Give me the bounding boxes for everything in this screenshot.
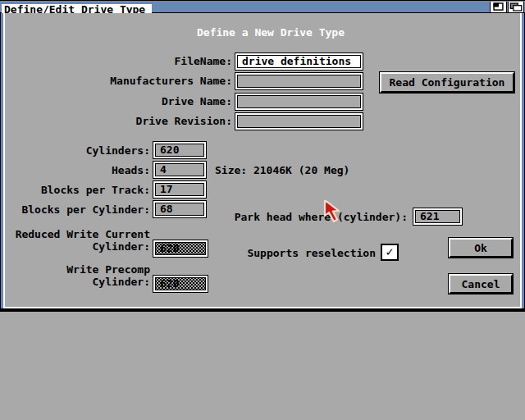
manufacturers-name-input[interactable] bbox=[235, 72, 363, 90]
manufacturers-name-label: Manufacturers Name: bbox=[16, 75, 232, 87]
cancel-button[interactable]: Cancel bbox=[448, 273, 514, 294]
window-titlebar[interactable]: Define/Edit Drive Type bbox=[0, 0, 525, 13]
park-head-input[interactable]: 621 bbox=[413, 208, 463, 226]
size-text: Size: 21046K (20 Meg) bbox=[215, 164, 349, 176]
depth-gadget-icon bbox=[509, 2, 523, 12]
checkmark-icon: ✓ bbox=[386, 246, 393, 258]
cylinders-input[interactable]: 620 bbox=[153, 141, 207, 159]
ok-label: Ok bbox=[449, 238, 513, 258]
read-configuration-button[interactable]: Read Configuration bbox=[379, 71, 515, 94]
zoom-gadget-icon bbox=[491, 2, 506, 12]
cylinders-label: Cylinders: bbox=[0, 144, 150, 157]
read-configuration-label: Read Configuration bbox=[380, 72, 514, 93]
write-precomp-input: 620 bbox=[153, 275, 208, 293]
supports-reselection-checkbox[interactable]: ✓ bbox=[381, 244, 399, 261]
heads-label: Heads: bbox=[0, 164, 150, 176]
reduced-write-current-label: Reduced Write Current Cylinder: bbox=[0, 228, 150, 253]
depth-gadget[interactable] bbox=[508, 2, 524, 12]
dialog-title: Define a New Drive Type bbox=[0, 26, 525, 39]
cancel-label: Cancel bbox=[449, 274, 513, 294]
park-head-label: Park head where (cylinder): bbox=[228, 211, 408, 223]
filename-label: FileName: bbox=[16, 55, 232, 67]
blocks-per-cylinder-input[interactable]: 68 bbox=[153, 200, 207, 218]
supports-reselection-label: Supports reselection bbox=[179, 247, 376, 259]
drive-type-window: Define/Edit Drive Type Define a New Driv… bbox=[0, 0, 525, 312]
ok-button[interactable]: Ok bbox=[448, 237, 514, 258]
drive-revision-label: Drive Revision: bbox=[16, 115, 232, 127]
drive-revision-input[interactable] bbox=[235, 112, 363, 130]
blocks-per-cylinder-label: Blocks per Cylinder: bbox=[0, 203, 150, 216]
drive-name-input[interactable] bbox=[235, 93, 363, 111]
write-precomp-label: Write Precomp Cylinder: bbox=[0, 263, 150, 288]
filename-input[interactable]: drive definitions bbox=[235, 52, 363, 71]
zoom-gadget[interactable] bbox=[490, 2, 507, 12]
blocks-per-track-input[interactable]: 17 bbox=[153, 180, 207, 199]
drive-name-label: Drive Name: bbox=[16, 95, 232, 107]
blocks-per-track-label: Blocks per Track: bbox=[0, 184, 150, 196]
heads-input[interactable]: 4 bbox=[153, 161, 207, 179]
